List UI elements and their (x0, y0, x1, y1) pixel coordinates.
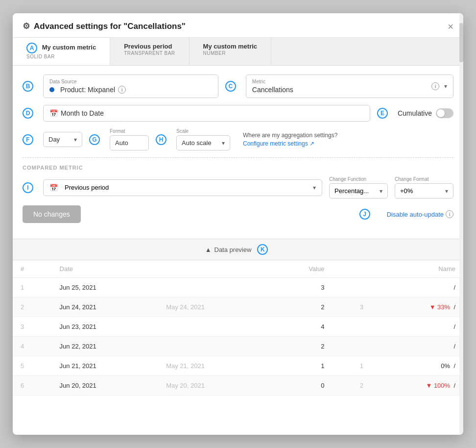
right-actions: J Disable auto-update i (359, 209, 453, 220)
tab-my-custom-label: My custom metric (42, 44, 96, 51)
divider (23, 157, 453, 158)
disable-auto-update-link[interactable]: Disable auto-update i (387, 210, 453, 218)
cell-compare-date: May 20, 2021 (158, 376, 268, 396)
cell-name: / (453, 362, 455, 370)
disable-info-icon[interactable]: i (446, 210, 453, 218)
change-format-chevron-icon: ▾ (445, 188, 448, 195)
data-preview-toggle-icon: ▲ (205, 246, 212, 253)
format-value: Auto (115, 139, 128, 147)
tab-my-custom-metric[interactable]: A My custom metric SOLID BAR (13, 38, 110, 65)
cell-compare-value: 1 (332, 356, 371, 376)
datasource-metric-row: B Data Source Product: Mixpanel i C Metr… (23, 75, 453, 98)
data-table: # Date Value Name 1Jun 25, 20213 / 2Jun … (13, 260, 463, 396)
scale-label: Scale (176, 128, 230, 134)
cell-name: / (453, 284, 455, 291)
metric-field[interactable]: Metric Cancellations i ▾ (246, 75, 453, 98)
cell-pct: ▼ 33% (429, 303, 451, 311)
cell-date: Jun 25, 2021 (52, 278, 159, 298)
data-preview-label: Data preview (214, 246, 252, 253)
compared-period-select[interactable]: 📅 Previous period ▾ (43, 179, 322, 196)
cumulative-label: Cumulative (398, 109, 432, 117)
cell-num: 2 (13, 298, 52, 317)
cell-compare-value (332, 337, 371, 356)
granularity-select[interactable]: Day ▾ (43, 132, 82, 147)
compared-period-inner: 📅 Previous period (49, 184, 109, 192)
no-changes-button[interactable]: No changes (23, 205, 81, 223)
badge-e: E (377, 108, 388, 119)
datasource-field[interactable]: Data Source Product: Mixpanel i (43, 75, 218, 98)
change-function-label: Change Function (329, 176, 388, 182)
datasource-value: Product: Mixpanel i (49, 86, 212, 94)
aggregation-link[interactable]: Configure metric settings ↗ (243, 140, 314, 147)
badge-b: B (23, 81, 33, 92)
datasource-info-icon[interactable]: i (118, 86, 126, 94)
metric-label: Metric (252, 79, 431, 84)
cumulative-toggle-wrapper: Cumulative (398, 108, 453, 118)
change-format-value: +0% (400, 187, 413, 195)
granularity-chevron-icon: ▾ (74, 136, 77, 143)
compared-metric-row: I 📅 Previous period ▾ Change Function Pe… (23, 176, 453, 199)
change-function-chevron-icon: ▾ (380, 188, 382, 195)
badge-k: K (257, 244, 268, 255)
modal-header: ⚙ Advanced settings for "Cancellations" … (13, 13, 463, 38)
cell-value: 3 (268, 278, 332, 298)
cell-num: 1 (13, 278, 52, 298)
cell-pct-name: ▼ 100% / (371, 376, 463, 396)
tab-previous-period[interactable]: Previous period TRANSPARENT BAR (110, 38, 189, 65)
cell-name: / (453, 343, 455, 350)
aggregation-hint-wrapper: Where are my aggregation settings? Confi… (243, 132, 337, 148)
modal-title: ⚙ Advanced settings for "Cancellations" (23, 21, 186, 31)
daterange-cumulative-row: D 📅 Month to Date E Cumulative (23, 105, 453, 122)
cumulative-toggle[interactable] (436, 108, 453, 118)
modal-body: B Data Source Product: Mixpanel i C Metr… (13, 66, 463, 239)
aggregation-hint-text: Where are my aggregation settings? (243, 132, 337, 139)
cell-name: / (453, 323, 455, 330)
badge-i: I (23, 182, 33, 193)
metric-value: Cancellations (252, 86, 431, 94)
scale-select[interactable]: Auto scale ▾ (176, 135, 230, 150)
col-num: # (13, 260, 52, 278)
cell-num: 4 (13, 337, 52, 356)
date-range-field[interactable]: 📅 Month to Date (43, 105, 370, 122)
cell-value: 2 (268, 298, 332, 317)
compared-period-value: Previous period (65, 184, 109, 191)
tab-my-custom-sublabel: SOLID BAR (26, 54, 96, 59)
col-compare-date (158, 260, 268, 278)
gear-icon: ⚙ (23, 21, 30, 31)
cell-date: Jun 22, 2021 (52, 337, 159, 356)
datasource-label: Data Source (49, 79, 212, 84)
cell-compare-value: 2 (332, 376, 371, 396)
cell-num: 3 (13, 317, 52, 337)
tab-previous-period-label: Previous period (124, 43, 172, 50)
format-select[interactable]: Auto (110, 135, 149, 150)
change-function-field: Change Function Percentag... ▾ (329, 176, 388, 199)
disable-label-text: Disable auto-update (387, 211, 444, 218)
scrollbar-thumb[interactable] (459, 23, 463, 62)
cell-compare-date (158, 317, 268, 337)
table-row: 1Jun 25, 20213 / (13, 278, 463, 298)
metric-info-icon[interactable]: i (431, 82, 439, 90)
tab-my-custom-number[interactable]: My custom metric NUMBER (190, 38, 272, 65)
calendar-icon: 📅 (49, 109, 58, 117)
cell-date: Jun 23, 2021 (52, 317, 159, 337)
compared-calendar-icon: 📅 (49, 184, 58, 192)
scrollbar-track[interactable] (459, 13, 463, 435)
change-function-select[interactable]: Percentag... ▾ (329, 183, 388, 199)
cell-compare-value (332, 317, 371, 337)
change-format-select[interactable]: +0% ▾ (395, 183, 453, 199)
scale-field: Scale Auto scale ▾ (176, 128, 230, 150)
cell-pct: ▼ 100% (426, 382, 450, 389)
cell-pct: 0% (441, 362, 450, 370)
col-value: Value (268, 260, 332, 278)
actions-row: No changes J Disable auto-update i (23, 205, 453, 223)
format-label: Format (110, 128, 149, 134)
close-button[interactable]: × (448, 22, 453, 31)
data-preview-bar[interactable]: ▲ Data preview K (13, 239, 463, 260)
granularity-format-scale-row: F Day ▾ G Format Auto H Scale Auto scale… (23, 128, 453, 150)
col-date: Date (52, 260, 159, 278)
cell-pct-name: 0% / (371, 356, 463, 376)
modal: ⚙ Advanced settings for "Cancellations" … (13, 13, 463, 435)
cell-pct-name: ▼ 33% / (371, 298, 463, 317)
table-header-row: # Date Value Name (13, 260, 463, 278)
cell-compare-date (158, 278, 268, 298)
